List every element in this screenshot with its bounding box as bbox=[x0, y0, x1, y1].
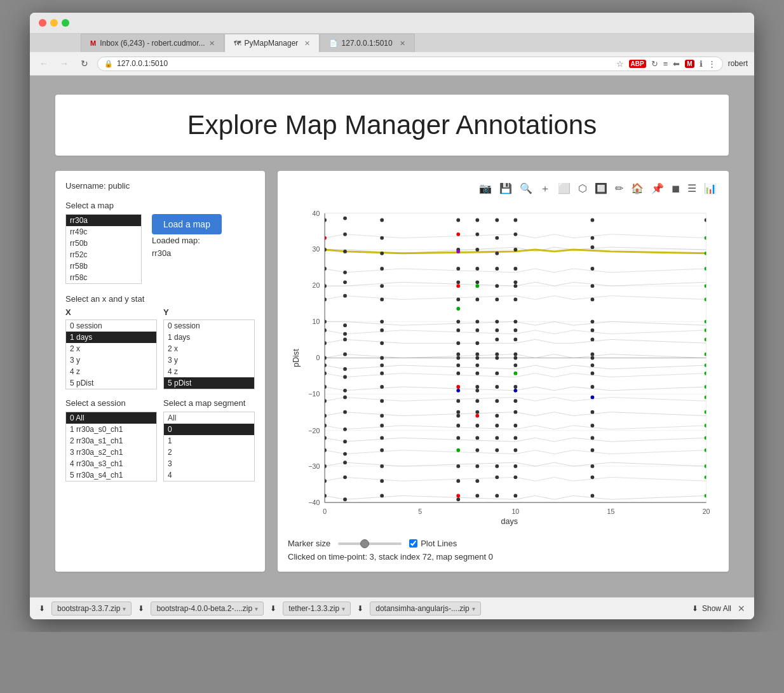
svg-point-45 bbox=[323, 464, 327, 468]
maximize-button[interactable] bbox=[62, 19, 69, 27]
svg-point-46 bbox=[323, 479, 327, 483]
svg-point-192 bbox=[591, 284, 595, 288]
svg-point-93 bbox=[456, 250, 460, 253]
shape-icon[interactable]: ◼ bbox=[670, 181, 682, 197]
extension-icon[interactable]: M bbox=[685, 60, 694, 68]
map-item-rr49c[interactable]: rr49c bbox=[66, 226, 141, 238]
segment-2[interactable]: 2 bbox=[164, 447, 254, 458]
svg-point-113 bbox=[456, 448, 460, 452]
x-stat-5pdist[interactable]: 5 pDist bbox=[66, 377, 156, 389]
y-stat-3y[interactable]: 3 y bbox=[164, 354, 254, 366]
abp-icon[interactable]: ABP bbox=[629, 60, 646, 68]
session-all[interactable]: 0 All bbox=[66, 412, 156, 424]
map-item-rr30a[interactable]: rr30a bbox=[66, 215, 141, 226]
segment-0[interactable]: 0 bbox=[164, 424, 254, 435]
segment-3[interactable]: 3 bbox=[164, 458, 254, 469]
y-stat-0session[interactable]: 0 session bbox=[164, 320, 254, 332]
svg-point-188 bbox=[591, 219, 595, 222]
url-text: 127.0.0.1:5010 bbox=[117, 59, 168, 68]
edit-icon[interactable]: ✏ bbox=[613, 181, 625, 197]
zoom-icon[interactable]: 🔍 bbox=[518, 181, 534, 197]
svg-point-204 bbox=[591, 424, 595, 427]
segment-4[interactable]: 4 bbox=[164, 469, 254, 481]
svg-point-38 bbox=[323, 372, 327, 375]
back-button[interactable]: ← bbox=[36, 56, 51, 71]
home-icon[interactable]: 🏠 bbox=[629, 181, 645, 197]
svg-point-181 bbox=[513, 410, 517, 414]
segment-all[interactable]: All bbox=[164, 412, 254, 424]
session-s0[interactable]: 1 rr30a_s0_ch1 bbox=[66, 424, 156, 435]
tab-gmail-close[interactable]: ✕ bbox=[209, 39, 215, 48]
minimize-button[interactable] bbox=[50, 19, 58, 27]
refresh-button[interactable]: ↻ bbox=[77, 56, 92, 71]
refresh2-icon[interactable]: ↻ bbox=[651, 59, 658, 69]
forward-button[interactable]: → bbox=[57, 56, 72, 71]
y-stat-1days[interactable]: 1 days bbox=[164, 332, 254, 343]
svg-text:5: 5 bbox=[418, 508, 422, 515]
svg-point-177 bbox=[513, 372, 517, 375]
lasso-icon[interactable]: ⬡ bbox=[576, 181, 589, 197]
x-stat-1days[interactable]: 1 days bbox=[66, 332, 156, 343]
lines-icon[interactable]: ☰ bbox=[686, 181, 698, 197]
download-item-bootstrap400[interactable]: bootstrap-4.0.0-beta.2-....zip ▾ bbox=[151, 602, 264, 616]
zoom-in-icon[interactable]: 🔲 bbox=[593, 181, 609, 197]
svg-point-91 bbox=[456, 232, 460, 236]
address-bar-icons: ☆ ABP ↻ ≡ ⬅ M ℹ ⋮ bbox=[616, 59, 716, 69]
svg-point-81 bbox=[380, 385, 384, 389]
pin-icon[interactable]: 📌 bbox=[649, 181, 666, 197]
svg-point-129 bbox=[475, 356, 479, 360]
svg-point-140 bbox=[475, 464, 479, 468]
chart-icon[interactable]: 📊 bbox=[702, 181, 719, 197]
session-s4[interactable]: 5 rr30a_s4_ch1 bbox=[66, 469, 156, 481]
reader-icon[interactable]: ≡ bbox=[663, 59, 668, 69]
tab-pymapmanager-close[interactable]: ✕ bbox=[304, 39, 310, 48]
close-button[interactable] bbox=[39, 19, 46, 27]
x-stat-0session[interactable]: 0 session bbox=[66, 320, 156, 332]
plot-lines-checkbox[interactable] bbox=[409, 539, 417, 548]
session-s3[interactable]: 4 rr30a_s3_ch1 bbox=[66, 458, 156, 469]
svg-point-136 bbox=[475, 414, 479, 418]
close-downloads-button[interactable]: ✕ bbox=[738, 603, 745, 614]
svg-point-107 bbox=[456, 389, 460, 393]
svg-point-67 bbox=[343, 475, 347, 479]
tab-local[interactable]: 📄 127.0.0.1:5010 ✕ bbox=[320, 34, 415, 52]
segment-1[interactable]: 1 bbox=[164, 435, 254, 447]
x-col: X 0 session 1 days 2 x 3 y 4 z 5 pDist bbox=[65, 307, 157, 389]
info-icon[interactable]: ℹ bbox=[700, 59, 703, 69]
download-item-angularjs[interactable]: dotansimha-angularjs-....zip ▾ bbox=[370, 602, 480, 616]
marker-size-slider[interactable] bbox=[338, 542, 402, 545]
download-item-bootstrap337[interactable]: bootstrap-3.3.7.zip ▾ bbox=[51, 602, 132, 616]
back2-icon[interactable]: ⬅ bbox=[673, 59, 680, 69]
x-stat-2x[interactable]: 2 x bbox=[66, 343, 156, 354]
session-s1[interactable]: 2 rr30a_s1_ch1 bbox=[66, 435, 156, 447]
x-stat-3y[interactable]: 3 y bbox=[66, 354, 156, 366]
tab-pymapmanager[interactable]: 🗺 PyMapManager ✕ bbox=[224, 34, 320, 52]
load-map-button[interactable]: Load a map bbox=[152, 214, 222, 234]
select-rect-icon[interactable]: ⬜ bbox=[556, 181, 572, 197]
x-stat-4z[interactable]: 4 z bbox=[66, 366, 156, 377]
y-stat-4z[interactable]: 4 z bbox=[164, 366, 254, 377]
save-icon[interactable]: 💾 bbox=[497, 181, 514, 197]
lock-icon: 🔒 bbox=[104, 60, 113, 68]
star-icon[interactable]: ☆ bbox=[616, 59, 624, 69]
tab-gmail[interactable]: M Inbox (6,243) - robert.cudmor... ✕ bbox=[81, 34, 224, 52]
tab-local-close[interactable]: ✕ bbox=[400, 39, 405, 48]
y-stat-2x[interactable]: 2 x bbox=[164, 343, 254, 354]
map-item-rr50b[interactable]: rr50b bbox=[66, 238, 141, 249]
svg-point-138 bbox=[475, 436, 479, 440]
svg-text:−10: −10 bbox=[308, 390, 320, 398]
download-item-tether[interactable]: tether-1.3.3.zip ▾ bbox=[283, 602, 351, 616]
segment-col: Select a map segment All 0 1 2 3 4 bbox=[163, 398, 255, 481]
svg-point-74 bbox=[380, 298, 384, 302]
svg-point-52 bbox=[343, 280, 347, 284]
map-item-rr52c[interactable]: rr52c bbox=[66, 249, 141, 260]
map-item-rr58c[interactable]: rr58c bbox=[66, 272, 141, 283]
map-item-rr58b[interactable]: rr58b bbox=[66, 260, 141, 272]
camera-icon[interactable]: 📷 bbox=[477, 181, 494, 197]
menu-icon[interactable]: ⋮ bbox=[708, 59, 716, 69]
plus-icon[interactable]: ＋ bbox=[538, 181, 552, 197]
show-all-button[interactable]: ⬇ Show All bbox=[692, 604, 731, 613]
session-s2[interactable]: 3 rr30a_s2_ch1 bbox=[66, 447, 156, 458]
address-bar[interactable]: 🔒 127.0.0.1:5010 ☆ ABP ↻ ≡ ⬅ M ℹ ⋮ bbox=[97, 57, 723, 71]
y-stat-5pdist[interactable]: 5 pDist bbox=[164, 377, 254, 389]
